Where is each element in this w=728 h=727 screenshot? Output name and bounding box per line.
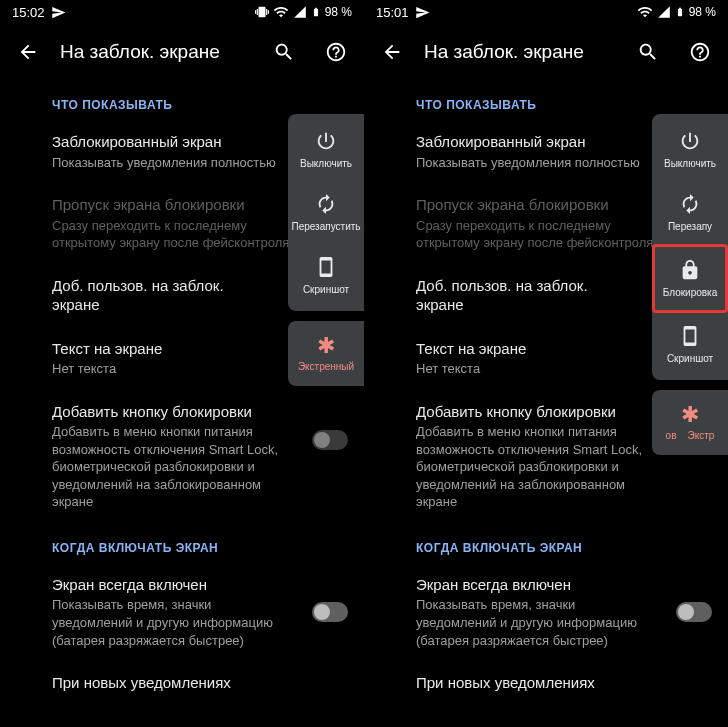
signal-icon: [293, 5, 307, 19]
screen-right: 15:01 98 % На заблок. экране ЧТО ПОКАЗЫВ…: [364, 0, 728, 727]
wifi-icon: [637, 4, 653, 20]
power-menu-group: Выключить Перезапустить Скриншот: [288, 114, 364, 311]
asterisk-icon: ✱: [317, 335, 335, 357]
section-header-2: КОГДА ВКЛЮЧАТЬ ЭКРАН: [364, 523, 728, 563]
lockdown-button[interactable]: Блокировка: [652, 244, 728, 313]
status-battery: 98 %: [689, 5, 716, 19]
power-menu: Выключить Перезапу Блокировка Скриншот ✱…: [652, 114, 728, 455]
help-button[interactable]: [316, 32, 356, 72]
setting-lockdown-button[interactable]: Добавить кнопку блокировки Добавить в ме…: [0, 390, 364, 523]
vibrate-icon: [255, 5, 269, 19]
status-bar: 15:01 98 %: [364, 0, 728, 24]
app-header: На заблок. экране: [364, 24, 728, 80]
status-battery: 98 %: [325, 5, 352, 19]
header-title: На заблок. экране: [60, 41, 252, 63]
battery-icon: [675, 4, 685, 20]
power-icon: [679, 130, 701, 152]
restart-button[interactable]: Перезапу: [652, 181, 728, 244]
power-off-button[interactable]: Выключить: [652, 118, 728, 181]
section-header-2: КОГДА ВКЛЮЧАТЬ ЭКРАН: [0, 523, 364, 563]
app-header: На заблок. экране: [0, 24, 364, 80]
header-title: На заблок. экране: [424, 41, 616, 63]
toggle-always-on[interactable]: [676, 602, 712, 622]
setting-new-notifs[interactable]: При новых уведомлениях: [364, 661, 728, 705]
restart-button[interactable]: Перезапустить: [288, 181, 364, 244]
toggle-lockdown[interactable]: [312, 430, 348, 450]
emergency-button[interactable]: ✱ ов Экстр: [652, 390, 728, 455]
screenshot-icon: [315, 256, 337, 278]
power-menu-group: Выключить Перезапу Блокировка Скриншот: [652, 114, 728, 380]
telegram-icon: [415, 5, 430, 20]
search-button[interactable]: [264, 32, 304, 72]
help-button[interactable]: [680, 32, 720, 72]
power-menu: Выключить Перезапустить Скриншот ✱ Экстр…: [288, 114, 364, 386]
power-off-button[interactable]: Выключить: [288, 118, 364, 181]
telegram-icon: [51, 5, 66, 20]
setting-new-notifs[interactable]: При новых уведомлениях: [0, 661, 364, 705]
screenshot-button[interactable]: Скриншот: [288, 244, 364, 307]
back-button[interactable]: [372, 32, 412, 72]
power-icon: [315, 130, 337, 152]
search-button[interactable]: [628, 32, 668, 72]
emergency-button[interactable]: ✱ Экстренный: [288, 321, 364, 386]
wifi-icon: [273, 4, 289, 20]
status-bar: 15:02 98 %: [0, 0, 364, 24]
status-time: 15:02: [12, 5, 45, 20]
setting-always-on[interactable]: Экран всегда включен Показывать время, з…: [364, 563, 728, 661]
screenshot-button[interactable]: Скриншот: [652, 313, 728, 376]
toggle-always-on[interactable]: [312, 602, 348, 622]
signal-icon: [657, 5, 671, 19]
screen-left: 15:02 98 % На заблок. экране ЧТО ПОКАЗЫВ…: [0, 0, 364, 727]
lock-icon: [679, 259, 701, 281]
status-time: 15:01: [376, 5, 409, 20]
battery-icon: [311, 4, 321, 20]
restart-icon: [315, 193, 337, 215]
setting-always-on[interactable]: Экран всегда включен Показывать время, з…: [0, 563, 364, 661]
screenshot-icon: [679, 325, 701, 347]
restart-icon: [679, 193, 701, 215]
back-button[interactable]: [8, 32, 48, 72]
asterisk-icon: ✱: [681, 404, 699, 426]
